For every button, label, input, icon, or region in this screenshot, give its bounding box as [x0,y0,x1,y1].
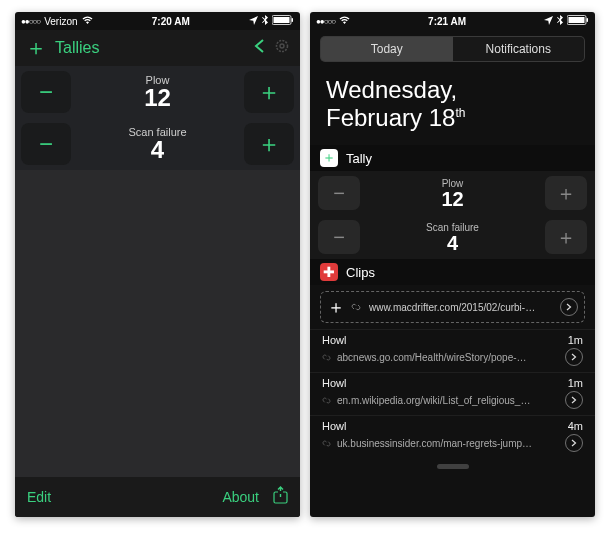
clip-age: 4m [568,420,583,432]
date-header: Wednesday, February 18th [310,66,595,145]
svg-point-3 [277,41,288,52]
app-header: ＋ Tallies [15,30,300,66]
date-line-1: Wednesday, [326,76,579,104]
link-icon [322,348,331,366]
collapse-chevron-icon[interactable] [254,39,264,57]
decrement-button[interactable]: − [318,176,360,210]
chevron-right-icon[interactable] [560,298,578,316]
clips-app-icon: ✚ [320,263,338,281]
date-line-2: February 18th [326,104,579,132]
clip-url: abcnews.go.com/Health/wireStory/pope-… [337,352,559,363]
widget-header-clips: ✚ Clips [310,259,595,285]
increment-button[interactable]: ＋ [244,71,294,113]
settings-gear-icon[interactable] [274,38,290,58]
clip-title: Howl [322,334,346,346]
chevron-right-icon[interactable] [565,348,583,366]
tally-value: 12 [77,86,238,110]
location-icon [544,16,553,27]
grabber-handle[interactable] [310,458,595,474]
tally-app-icon: ＋ [320,149,338,167]
edit-button[interactable]: Edit [27,489,51,505]
tally-row: − Scan failure 4 ＋ [15,118,300,170]
empty-body [15,170,300,477]
tally-value: 4 [366,233,539,253]
clip-new-url: www.macdrifter.com/2015/02/curbi-… [369,302,552,313]
location-icon [249,16,258,27]
wifi-icon [82,16,93,27]
segmented-control: Today Notifications [310,30,595,66]
widget-tally: − Plow 12 ＋ − Scan failure 4 ＋ [310,171,595,259]
clip-new-row[interactable]: ＋ www.macdrifter.com/2015/02/curbi-… [320,291,585,323]
svg-rect-2 [291,18,293,22]
tally-row: − Plow 12 ＋ [15,66,300,118]
widget-title: Clips [346,265,375,280]
wifi-icon [339,16,350,27]
svg-rect-8 [569,17,585,23]
chevron-right-icon[interactable] [565,391,583,409]
decrement-button[interactable]: − [21,71,71,113]
app-footer: Edit About [15,477,300,517]
widget-tally-row: − Scan failure 4 ＋ [310,215,595,259]
carrier-label: Verizon [44,16,77,27]
battery-icon [567,15,589,27]
status-time: 7:20 AM [152,16,190,27]
share-icon[interactable] [273,486,288,508]
decrement-button[interactable]: − [21,123,71,165]
bluetooth-icon [262,15,268,27]
app-title: Tallies [55,39,99,57]
svg-rect-6 [278,491,283,494]
signal-dots-icon: ●●○○○ [316,17,335,26]
chevron-right-icon[interactable] [565,434,583,452]
tally-value: 12 [366,189,539,209]
tally-value: 4 [77,138,238,162]
clip-url: en.m.wikipedia.org/wiki/List_of_religiou… [337,395,559,406]
link-icon [322,434,331,452]
status-bar: ●●○○○ 7:21 AM [310,12,595,30]
clip-title: Howl [322,420,346,432]
svg-rect-1 [273,17,289,23]
bluetooth-icon [557,15,563,27]
plus-icon: ＋ [327,295,343,319]
link-icon [351,298,361,316]
link-icon [322,391,331,409]
about-button[interactable]: About [222,489,259,505]
clip-age: 1m [568,377,583,389]
increment-button[interactable]: ＋ [545,220,587,254]
increment-button[interactable]: ＋ [545,176,587,210]
status-bar: ●●○○○ Verizon 7:20 AM [15,12,300,30]
phone-right: ●●○○○ 7:21 AM Today Notifications Wednes… [310,12,595,517]
widget-tally-row: − Plow 12 ＋ [310,171,595,215]
clip-item[interactable]: Howl 1m abcnews.go.com/Health/wireStory/… [310,329,595,372]
clip-age: 1m [568,334,583,346]
clip-title: Howl [322,377,346,389]
clip-item[interactable]: Howl 1m en.m.wikipedia.org/wiki/List_of_… [310,372,595,415]
signal-dots-icon: ●●○○○ [21,17,40,26]
battery-icon [272,15,294,27]
decrement-button[interactable]: − [318,220,360,254]
widget-header-tally: ＋ Tally [310,145,595,171]
clip-url: uk.businessinsider.com/man-regrets-jump… [337,438,559,449]
tab-today[interactable]: Today [321,37,453,61]
increment-button[interactable]: ＋ [244,123,294,165]
status-time: 7:21 AM [428,16,466,27]
add-tally-button[interactable]: ＋ [25,37,47,59]
svg-rect-9 [587,18,589,22]
clip-item[interactable]: Howl 4m uk.businessinsider.com/man-regre… [310,415,595,458]
tab-notifications[interactable]: Notifications [453,37,585,61]
widget-title: Tally [346,151,372,166]
tally-list: − Plow 12 ＋ − Scan failure 4 ＋ [15,66,300,170]
phone-left: ●●○○○ Verizon 7:20 AM ＋ Tallies [15,12,300,517]
svg-point-4 [280,44,284,48]
